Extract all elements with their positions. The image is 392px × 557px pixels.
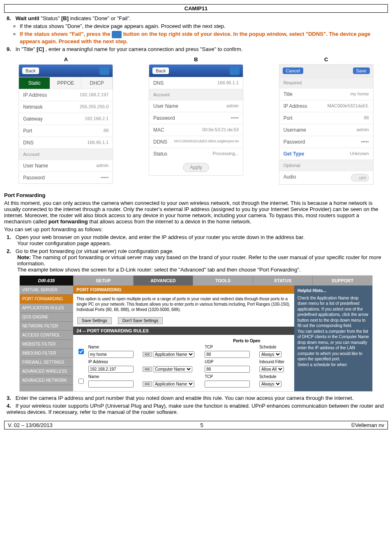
back-button[interactable]: Back [22,67,39,74]
save-button[interactable]: Save [353,67,370,74]
account-section: Account [19,149,113,160]
app-select[interactable]: Application Name [153,351,194,357]
nav-tools[interactable]: TOOLS [193,276,253,285]
title-value[interactable]: my home [350,91,369,97]
side-access-control[interactable]: ACCESS CONTROL [20,331,73,340]
rule-checkbox[interactable] [78,378,84,384]
side-adv-wireless[interactable]: ADVANCED WIRELESS [20,367,73,376]
audio-toggle[interactable]: OFF [351,174,369,181]
arrow-button[interactable]: << [143,381,152,387]
inbound-select[interactable]: Allow All [259,366,284,372]
step-8-ref: [B] [61,15,69,21]
dlink-hints: Helpful Hints... Check the Application N… [294,285,372,391]
step-8a: If the status shows "Done", the device p… [20,23,388,29]
optional-section: Optional [279,160,373,171]
row2-schedule-label: Schedule [259,374,289,379]
pf-para1-tail: that allows access from the internet to … [89,218,251,225]
pf-step2b: The naming of port forwarding or virtual… [17,254,381,267]
pf-step3-num: 3. [7,395,11,401]
tab-pppoe[interactable]: PPPOE [50,77,81,89]
port-value: 88 [104,128,108,134]
audio-label: Audio [284,174,296,181]
pf-step2-num: 2. [7,248,11,254]
side-firewall[interactable]: FIREWALL SETTINGS [20,358,73,367]
rule-name-input[interactable] [88,351,134,358]
side-app-rules[interactable]: APPLICATION RULES [20,304,73,313]
footer-center: 5 [201,422,203,428]
tcp-input[interactable] [205,351,250,358]
panel-c: C Cancel Save Required Titlemy home IP A… [279,56,374,185]
nav-status[interactable]: STATUS [253,276,313,285]
page-header: CAMIP11 [4,4,388,13]
main-head: PORT FORWARDING [73,285,294,294]
tab-dhcp[interactable]: DHCP [81,77,113,89]
ip-label: IP Address [23,92,47,98]
nav-support[interactable]: SUPPORT [312,276,372,285]
tab-static[interactable]: Static [19,77,50,89]
side-website-filter[interactable]: WEBSITE FILTER [20,340,73,349]
pf-step2a: Go to the port forwarding (or virtual se… [16,248,174,254]
pf-para2: You can set up port forwarding as follow… [4,226,388,232]
step-8-tail: indicates "Done" or "Fail". [70,15,131,21]
user-value[interactable]: admin [357,127,369,133]
arrow-button[interactable]: << [143,352,152,357]
tcp-input[interactable] [205,381,250,388]
nav-setup[interactable]: SETUP [73,276,133,285]
status-label: Status [153,151,167,157]
dont-save-button[interactable]: Don't Save Settings [118,317,163,324]
ddns-label: DDNS [153,139,167,145]
ip-value: 192.168.2.197 [80,92,108,98]
rule-checkbox[interactable] [78,349,84,354]
pf-step1: Open your web browser on your mobile dev… [16,234,305,240]
dlink-screenshot: DIR-635 SETUP ADVANCED TOOLS STATUS SUPP… [19,275,373,392]
panel-b: B Back DNS168.95.1.1 Account User Namead… [149,56,243,185]
ip-value[interactable]: MAC000e5321da53. [327,103,369,109]
ip-input[interactable] [88,366,134,373]
nav-advanced[interactable]: ADVANCED [133,276,193,285]
computer-select[interactable]: Computer Name [153,366,192,372]
col-tcp: TCP [204,344,258,350]
panels-row: A Back Static PPPOE DHCP IP Address192.1… [4,56,388,185]
router-icon [112,31,122,38]
step-8b-pre: If the status shows "Fail", press the [20,31,112,37]
gettype-label[interactable]: Get Type [284,151,304,157]
user-value: admin [226,103,239,109]
app-select[interactable]: Application Name [153,381,194,387]
side-virtual-server[interactable]: VIRTUAL SERVER [20,285,73,295]
port-value[interactable]: 88 [364,115,369,121]
panel-c-label: C [324,56,328,63]
side-network-filter[interactable]: NETWORK FILTER [20,322,73,331]
save-settings-button[interactable]: Save Settings [77,317,112,324]
back-button[interactable]: Back [152,67,169,74]
pf-step3: Enter the camera IP address and port num… [16,395,354,401]
side-adv-network[interactable]: ADVANCED NETWORK [20,376,73,385]
pass-label: Password [153,115,175,121]
mask-label: Netmask [23,104,42,110]
schedule-select[interactable]: Always [259,351,281,357]
pass-value[interactable]: ••••• [361,139,369,145]
step-9-pre: In "Title" [16,46,37,52]
side-port-forwarding[interactable]: PORT FORWARDING [20,295,73,304]
pf-para1-bold: port forwarding [48,218,88,225]
footer-left: V. 02 – 13/06/2013 [8,422,53,428]
page-footer: V. 02 – 13/06/2013 5 ©Velleman nv [4,421,388,429]
rule-name-input[interactable] [88,381,134,388]
user-label: User Name [23,163,48,169]
arrow-button[interactable]: << [143,367,152,372]
cancel-button[interactable]: Cancel [283,67,303,74]
hints-body: Check the Application Name drop down men… [297,295,369,368]
udp-input[interactable] [205,366,250,373]
row2-name-label: Name [88,374,142,379]
step-8-num: 8. [7,15,11,21]
step-9-num: 9. [7,46,11,52]
side-qos[interactable]: QOS ENGINE [20,313,73,322]
row2-tcp-label: TCP [204,374,258,379]
pass-label: Password [23,175,45,181]
schedule-select[interactable]: Always [259,381,281,387]
apply-button[interactable]: Apply [183,163,209,172]
side-inbound-filter[interactable]: INBOUND FILTER [20,349,73,358]
pf-note-label: Note: [17,254,31,260]
pass-value: ••••• [101,175,108,181]
gettype-value: Unknown [350,151,369,157]
port-label: Port [23,128,32,134]
